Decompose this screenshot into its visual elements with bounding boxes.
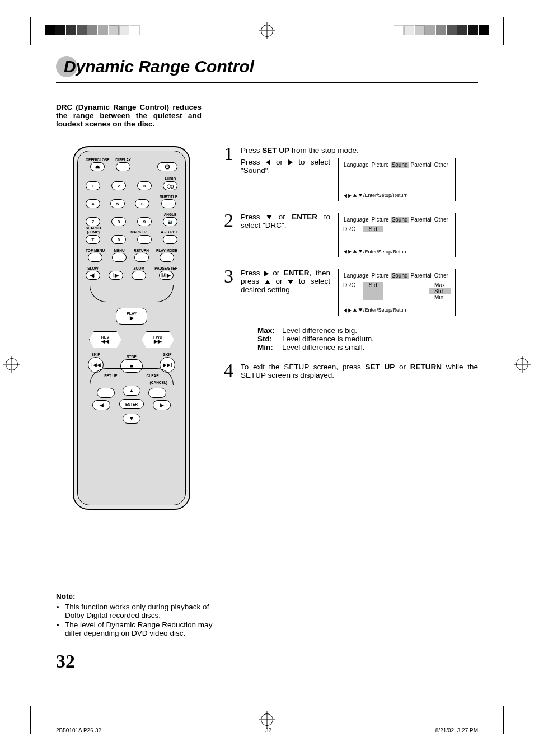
angle-button[interactable]: 📷 bbox=[163, 217, 177, 226]
side-registration-icon bbox=[516, 358, 528, 370]
menu-label: MENU bbox=[114, 248, 124, 252]
power-button[interactable]: ⏻ bbox=[157, 162, 177, 171]
right-arrow-icon bbox=[264, 271, 269, 276]
pause-step-button[interactable]: Ⅱ/Ⅰ▶ bbox=[159, 271, 174, 280]
top-menu-button[interactable] bbox=[88, 253, 102, 262]
osd-footer: /Enter/Setup/Return bbox=[343, 249, 451, 255]
setup-button[interactable] bbox=[97, 388, 115, 398]
osd-option: Max bbox=[429, 282, 451, 288]
page: Dynamic Range Control DRC (Dynamic Range… bbox=[0, 0, 534, 756]
down-arrow-icon bbox=[266, 215, 272, 219]
step-3-text: Press or ENTER, then press or to select … bbox=[241, 269, 330, 294]
num-5-button[interactable]: 5 bbox=[110, 199, 125, 208]
note-item: The level of Dynamic Range Reduction may… bbox=[65, 621, 224, 637]
num-8-button[interactable]: 8 bbox=[111, 217, 126, 226]
nav-down-button[interactable]: ▼ bbox=[123, 414, 140, 424]
audio-button[interactable]: ◯)) bbox=[163, 181, 177, 190]
osd-tab: Other bbox=[434, 273, 449, 279]
open-close-button[interactable]: ⏏ bbox=[90, 162, 105, 171]
step-4: 4 To exit the SETUP screen, press SET UP… bbox=[224, 363, 478, 379]
osd-tab: Picture bbox=[371, 217, 390, 223]
osd-tab: Parental bbox=[410, 162, 432, 168]
osd-tab: Parental bbox=[410, 273, 432, 279]
step-2-text: Press or ENTER to select "DRC". bbox=[241, 213, 330, 229]
remote-illustration: OPEN/CLOSE⏏ DISPLAY ⏻ 1 2 3 bbox=[73, 146, 190, 510]
subtitle-button[interactable]: … bbox=[161, 199, 176, 208]
page-title: Dynamic Range Control bbox=[56, 56, 478, 87]
display-button[interactable] bbox=[116, 162, 130, 171]
osd-screen-3: Language Picture Sound Parental Other DR… bbox=[338, 269, 456, 316]
nav-up-button[interactable]: ▲ bbox=[123, 386, 140, 396]
num-1-button[interactable]: 1 bbox=[86, 181, 100, 190]
def-val: Level difference is small. bbox=[282, 343, 365, 351]
page-number: 32 bbox=[56, 651, 75, 672]
pause-step-label: PAUSE/STEP bbox=[154, 266, 177, 270]
osd-tab-active: Sound bbox=[391, 217, 409, 223]
search-t-button[interactable]: T bbox=[86, 235, 100, 244]
osd-tab-active: Sound bbox=[391, 273, 409, 279]
osd-footer: /Enter/Setup/Return bbox=[343, 192, 451, 199]
return-button[interactable] bbox=[134, 253, 149, 262]
def-key: Max: bbox=[257, 326, 279, 335]
side-registration-icon bbox=[6, 358, 18, 370]
osd-tab: Parental bbox=[410, 217, 432, 223]
right-arrow-icon bbox=[288, 159, 293, 165]
open-close-label: OPEN/CLOSE bbox=[86, 158, 110, 162]
nav-left-button[interactable]: ◀ bbox=[92, 400, 110, 410]
num-2-button[interactable]: 2 bbox=[111, 181, 126, 190]
osd-value: Std bbox=[363, 282, 383, 300]
osd-tab: Picture bbox=[371, 273, 390, 279]
num-9-button[interactable]: 9 bbox=[137, 217, 152, 226]
play-mode-label: PLAY MODE bbox=[156, 248, 177, 252]
num-4-button[interactable]: 4 bbox=[86, 199, 100, 208]
step-number: 2 bbox=[224, 213, 235, 258]
def-val: Level difference is medium. bbox=[282, 335, 374, 343]
zoom-button[interactable] bbox=[132, 271, 146, 280]
osd-drc-label: DRC bbox=[343, 226, 355, 232]
marker-button[interactable] bbox=[137, 235, 152, 244]
left-arrow-icon bbox=[266, 159, 270, 165]
slow-rev-button[interactable]: ◀Ⅰ bbox=[86, 271, 100, 280]
nav-right-button[interactable]: ▶ bbox=[153, 400, 171, 410]
stop-label: STOP bbox=[127, 355, 137, 359]
note-item: This function works only during playback… bbox=[65, 603, 224, 619]
num-3-button[interactable]: 3 bbox=[137, 181, 152, 190]
osd-tab: Language bbox=[343, 217, 369, 223]
ab-rpt-button[interactable] bbox=[163, 235, 177, 244]
display-label: DISPLAY bbox=[115, 158, 131, 162]
audio-label: AUDIO bbox=[165, 177, 176, 181]
skip-prev-label: SKIP bbox=[91, 353, 100, 356]
play-mode-button[interactable] bbox=[160, 253, 174, 262]
step-1: 1 Press SET UP from the stop mode. Press… bbox=[224, 146, 478, 201]
rev-button[interactable]: REV◀◀ bbox=[89, 331, 121, 348]
step-3: 3 Press or ENTER, then press or to selec… bbox=[224, 269, 478, 351]
clear-label: CLEAR bbox=[147, 374, 159, 378]
note-heading: Note: bbox=[56, 592, 76, 600]
menu-button[interactable] bbox=[112, 253, 127, 262]
num-6-button[interactable]: 6 bbox=[135, 199, 149, 208]
osd-option-selected: Std bbox=[429, 288, 451, 294]
enter-button[interactable]: ENTER bbox=[119, 399, 144, 409]
registration-target-icon bbox=[261, 713, 273, 726]
osd-footer: /Enter/Setup/Return bbox=[343, 307, 451, 313]
def-key: Min: bbox=[257, 343, 279, 351]
definitions: Max:Level difference is big. Std:Level d… bbox=[257, 326, 478, 351]
osd-value: Std bbox=[363, 226, 383, 232]
clear-button[interactable] bbox=[148, 388, 166, 398]
play-button[interactable]: PLAY▶ bbox=[116, 308, 147, 325]
osd-screen-2: Language Picture Sound Parental Other DR… bbox=[338, 213, 456, 258]
registration-target-icon bbox=[261, 25, 273, 37]
num-7-button[interactable]: 7 bbox=[86, 217, 100, 226]
osd-tab: Picture bbox=[371, 162, 390, 168]
step-1-line-2: Press or to select "Sound". bbox=[241, 158, 330, 175]
num-0-button[interactable]: 0 bbox=[111, 235, 126, 244]
up-arrow-icon bbox=[265, 280, 270, 284]
content-area: Dynamic Range Control DRC (Dynamic Range… bbox=[56, 56, 478, 711]
slow-fwd-button[interactable]: Ⅰ▶ bbox=[109, 271, 123, 280]
step-4-text: To exit the SETUP screen, press bbox=[241, 363, 366, 371]
setup-label: SET UP bbox=[104, 374, 117, 378]
osd-tab: Other bbox=[434, 162, 449, 168]
osd-drc-label: DRC bbox=[343, 282, 355, 300]
osd-tab: Other bbox=[434, 217, 449, 223]
fwd-button[interactable]: FWD▶▶ bbox=[142, 331, 174, 348]
